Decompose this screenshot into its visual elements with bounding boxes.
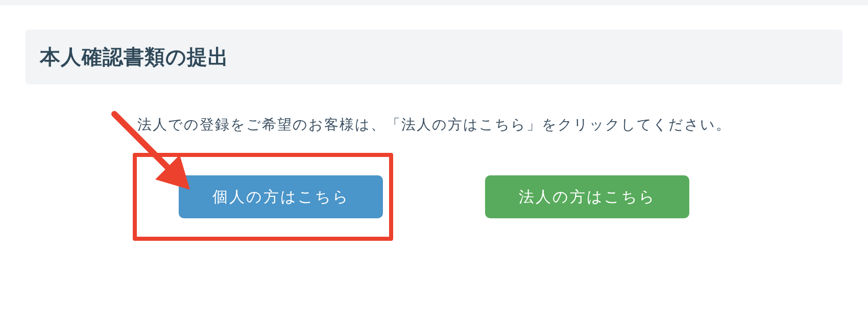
individual-button-label: 個人の方はこちら [212, 187, 350, 208]
page-title: 本人確認書類の提出 [40, 43, 828, 71]
form-page: 本人確認書類の提出 法人での登録をご希望のお客様は、「法人の方はこちら」をクリッ… [0, 5, 868, 318]
instruction-text: 法人での登録をご希望のお客様は、「法人の方はこちら」をクリックしてください。 [26, 115, 842, 134]
button-row: 個人の方はこちら 法人の方はこちら [26, 175, 842, 218]
individual-button[interactable]: 個人の方はこちら [179, 175, 383, 218]
corporate-button[interactable]: 法人の方はこちら [485, 175, 689, 218]
title-band: 本人確認書類の提出 [26, 30, 842, 84]
corporate-button-label: 法人の方はこちら [519, 187, 656, 208]
